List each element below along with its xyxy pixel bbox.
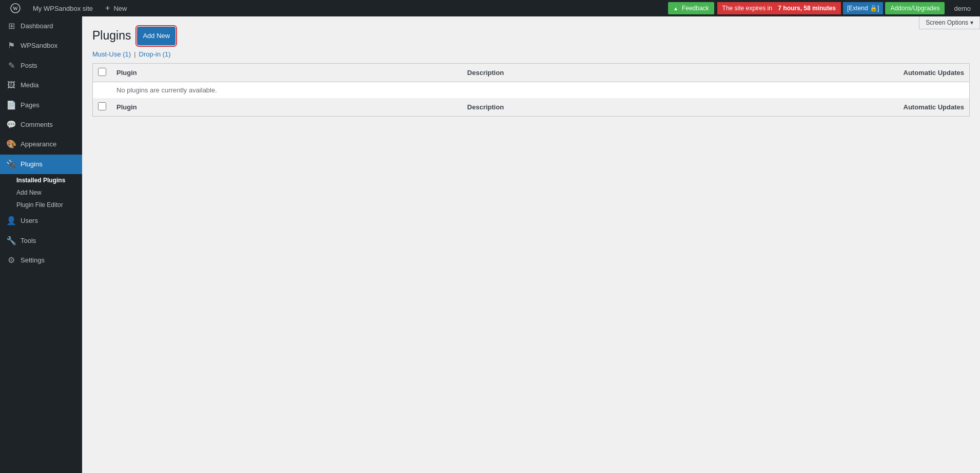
wp-wrap: ⊞ Dashboard ⚑ WPSandbox ✎ Posts 🖼 Media …: [0, 0, 980, 473]
sidebar-item-plugins[interactable]: 🔌 Plugins: [0, 155, 82, 174]
dashboard-icon: ⊞: [6, 21, 16, 32]
sidebar-item-wpsandbox[interactable]: ⚑ WPSandbox: [0, 36, 82, 55]
table-footer-description: Description: [462, 98, 867, 117]
table-footer-row: Plugin Description Automatic Updates: [93, 98, 970, 117]
screen-options-wrap: Screen Options ▾: [919, 16, 980, 29]
sidebar-item-media[interactable]: 🖼 Media: [0, 75, 82, 95]
addons-upgrades-button[interactable]: Addons/Upgrades: [885, 2, 945, 14]
select-all-checkbox[interactable]: [98, 68, 106, 76]
sidebar-item-comments[interactable]: 💬 Comments: [0, 115, 82, 135]
new-item[interactable]: + New: [99, 0, 133, 16]
subsubsub-nav: Must-Use (1) | Drop-in (1): [92, 50, 970, 58]
plugins-table: Plugin Description Automatic Updates: [92, 63, 970, 117]
wp-logo-item[interactable]: W: [4, 0, 27, 16]
table-header-checkbox: [93, 64, 112, 82]
table-footer-plugin: Plugin: [111, 98, 462, 117]
main-content: Plugins Add New Must-Use (1) | Drop-in (…: [82, 16, 980, 473]
chevron-down-icon: ▾: [970, 19, 973, 26]
expires-notice: The site expires in 7 hours, 58 minutes: [717, 2, 841, 14]
table-header-description: Description: [462, 64, 867, 82]
sidebar-item-appearance[interactable]: 🎨 Appearance: [0, 135, 82, 154]
users-icon: 👤: [6, 215, 16, 226]
settings-icon: ⚙: [6, 255, 16, 266]
sidebar-item-users[interactable]: 👤 Users: [0, 211, 82, 231]
extend-button[interactable]: [Extend 🔒]: [843, 2, 883, 14]
table-footer-checkbox: [93, 98, 112, 117]
admin-bar: W My WPSandbox site + New Feedback The s…: [0, 0, 980, 16]
submenu-item-installed-plugins[interactable]: Installed Plugins: [0, 174, 82, 186]
sidebar-item-posts[interactable]: ✎ Posts: [0, 56, 82, 75]
sidebar-item-dashboard[interactable]: ⊞ Dashboard: [0, 16, 82, 36]
table-header-plugin: Plugin: [111, 64, 462, 82]
plugins-icon: 🔌: [6, 159, 16, 170]
table-footer-automatic-updates: Automatic Updates: [867, 98, 970, 117]
no-plugins-message: No plugins are currently available.: [111, 82, 970, 99]
screen-options-button[interactable]: Screen Options ▾: [919, 16, 980, 29]
tools-icon: 🔧: [6, 235, 16, 247]
submenu-item-plugin-file-editor[interactable]: Plugin File Editor: [0, 199, 82, 211]
select-all-footer-checkbox[interactable]: [98, 102, 106, 110]
must-use-filter[interactable]: Must-Use (1): [92, 50, 131, 58]
feedback-triangle-icon: [673, 5, 680, 12]
no-plugins-row: No plugins are currently available.: [93, 82, 970, 99]
pages-icon: 📄: [6, 100, 16, 111]
submenu-item-add-new[interactable]: Add New: [0, 186, 82, 199]
wpsandbox-icon: ⚑: [6, 40, 16, 51]
sidebar-item-settings[interactable]: ⚙ Settings: [0, 251, 82, 270]
comments-icon: 💬: [6, 119, 16, 130]
wrap: Plugins Add New Must-Use (1) | Drop-in (…: [92, 27, 970, 117]
admin-menu: ⊞ Dashboard ⚑ WPSandbox ✎ Posts 🖼 Media …: [0, 16, 82, 473]
posts-icon: ✎: [6, 60, 16, 71]
media-icon: 🖼: [6, 80, 16, 91]
sidebar-item-tools[interactable]: 🔧 Tools: [0, 231, 82, 251]
page-title: Plugins Add New: [92, 27, 970, 45]
drop-in-filter[interactable]: Drop-in (1): [139, 50, 171, 58]
sidebar-item-pages[interactable]: 📄 Pages: [0, 96, 82, 115]
subsubsub-divider: |: [134, 50, 135, 58]
demo-user-menu[interactable]: demo: [949, 0, 976, 16]
appearance-icon: 🎨: [6, 139, 16, 150]
table-header-automatic-updates: Automatic Updates: [867, 64, 970, 82]
add-new-button[interactable]: Add New: [137, 27, 175, 45]
table-header-row: Plugin Description Automatic Updates: [93, 64, 970, 82]
no-plugins-checkbox-cell: [93, 82, 112, 99]
plus-icon: +: [105, 4, 110, 13]
feedback-button[interactable]: Feedback: [668, 2, 714, 14]
svg-text:W: W: [13, 6, 18, 11]
site-name[interactable]: My WPSandbox site: [27, 0, 99, 16]
